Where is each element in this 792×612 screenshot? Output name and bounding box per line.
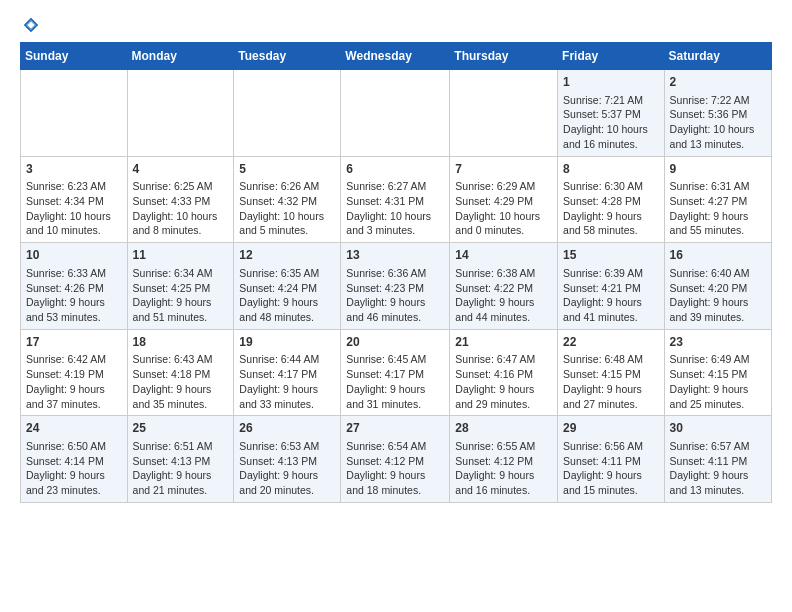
day-number: 17	[26, 334, 122, 351]
logo	[20, 16, 40, 34]
day-info: Sunrise: 6:26 AM Sunset: 4:32 PM Dayligh…	[239, 179, 335, 238]
day-info: Sunrise: 6:44 AM Sunset: 4:17 PM Dayligh…	[239, 352, 335, 411]
calendar-cell	[127, 70, 234, 157]
calendar-cell: 1Sunrise: 7:21 AM Sunset: 5:37 PM Daylig…	[558, 70, 665, 157]
calendar-cell: 17Sunrise: 6:42 AM Sunset: 4:19 PM Dayli…	[21, 329, 128, 416]
day-info: Sunrise: 6:25 AM Sunset: 4:33 PM Dayligh…	[133, 179, 229, 238]
day-info: Sunrise: 6:39 AM Sunset: 4:21 PM Dayligh…	[563, 266, 659, 325]
day-info: Sunrise: 6:57 AM Sunset: 4:11 PM Dayligh…	[670, 439, 766, 498]
calendar-cell: 16Sunrise: 6:40 AM Sunset: 4:20 PM Dayli…	[664, 243, 771, 330]
day-info: Sunrise: 6:35 AM Sunset: 4:24 PM Dayligh…	[239, 266, 335, 325]
day-number: 12	[239, 247, 335, 264]
day-number: 7	[455, 161, 552, 178]
day-info: Sunrise: 6:47 AM Sunset: 4:16 PM Dayligh…	[455, 352, 552, 411]
day-info: Sunrise: 6:31 AM Sunset: 4:27 PM Dayligh…	[670, 179, 766, 238]
calendar-cell: 9Sunrise: 6:31 AM Sunset: 4:27 PM Daylig…	[664, 156, 771, 243]
day-number: 30	[670, 420, 766, 437]
calendar-cell: 23Sunrise: 6:49 AM Sunset: 4:15 PM Dayli…	[664, 329, 771, 416]
calendar-cell	[341, 70, 450, 157]
calendar-table: SundayMondayTuesdayWednesdayThursdayFrid…	[20, 42, 772, 503]
weekday-header-friday: Friday	[558, 43, 665, 70]
day-number: 10	[26, 247, 122, 264]
day-number: 27	[346, 420, 444, 437]
page-header	[20, 16, 772, 34]
day-number: 1	[563, 74, 659, 91]
calendar-week-row: 17Sunrise: 6:42 AM Sunset: 4:19 PM Dayli…	[21, 329, 772, 416]
calendar-cell: 5Sunrise: 6:26 AM Sunset: 4:32 PM Daylig…	[234, 156, 341, 243]
calendar-cell: 29Sunrise: 6:56 AM Sunset: 4:11 PM Dayli…	[558, 416, 665, 503]
calendar-cell: 25Sunrise: 6:51 AM Sunset: 4:13 PM Dayli…	[127, 416, 234, 503]
calendar-week-row: 24Sunrise: 6:50 AM Sunset: 4:14 PM Dayli…	[21, 416, 772, 503]
day-number: 19	[239, 334, 335, 351]
day-number: 4	[133, 161, 229, 178]
day-number: 16	[670, 247, 766, 264]
calendar-week-row: 3Sunrise: 6:23 AM Sunset: 4:34 PM Daylig…	[21, 156, 772, 243]
day-number: 29	[563, 420, 659, 437]
day-number: 8	[563, 161, 659, 178]
calendar-cell: 28Sunrise: 6:55 AM Sunset: 4:12 PM Dayli…	[450, 416, 558, 503]
calendar-cell: 13Sunrise: 6:36 AM Sunset: 4:23 PM Dayli…	[341, 243, 450, 330]
day-info: Sunrise: 6:30 AM Sunset: 4:28 PM Dayligh…	[563, 179, 659, 238]
day-info: Sunrise: 6:45 AM Sunset: 4:17 PM Dayligh…	[346, 352, 444, 411]
calendar-cell: 11Sunrise: 6:34 AM Sunset: 4:25 PM Dayli…	[127, 243, 234, 330]
weekday-header-thursday: Thursday	[450, 43, 558, 70]
day-number: 15	[563, 247, 659, 264]
day-info: Sunrise: 6:34 AM Sunset: 4:25 PM Dayligh…	[133, 266, 229, 325]
day-info: Sunrise: 7:21 AM Sunset: 5:37 PM Dayligh…	[563, 93, 659, 152]
day-number: 14	[455, 247, 552, 264]
weekday-header-monday: Monday	[127, 43, 234, 70]
calendar-cell: 20Sunrise: 6:45 AM Sunset: 4:17 PM Dayli…	[341, 329, 450, 416]
calendar-cell	[234, 70, 341, 157]
calendar-cell: 7Sunrise: 6:29 AM Sunset: 4:29 PM Daylig…	[450, 156, 558, 243]
calendar-header-row: SundayMondayTuesdayWednesdayThursdayFrid…	[21, 43, 772, 70]
calendar-cell: 3Sunrise: 6:23 AM Sunset: 4:34 PM Daylig…	[21, 156, 128, 243]
day-info: Sunrise: 7:22 AM Sunset: 5:36 PM Dayligh…	[670, 93, 766, 152]
day-info: Sunrise: 6:49 AM Sunset: 4:15 PM Dayligh…	[670, 352, 766, 411]
calendar-cell: 24Sunrise: 6:50 AM Sunset: 4:14 PM Dayli…	[21, 416, 128, 503]
day-number: 13	[346, 247, 444, 264]
logo-icon	[22, 16, 40, 34]
day-info: Sunrise: 6:43 AM Sunset: 4:18 PM Dayligh…	[133, 352, 229, 411]
day-number: 3	[26, 161, 122, 178]
weekday-header-wednesday: Wednesday	[341, 43, 450, 70]
day-info: Sunrise: 6:27 AM Sunset: 4:31 PM Dayligh…	[346, 179, 444, 238]
calendar-cell: 2Sunrise: 7:22 AM Sunset: 5:36 PM Daylig…	[664, 70, 771, 157]
day-info: Sunrise: 6:38 AM Sunset: 4:22 PM Dayligh…	[455, 266, 552, 325]
calendar-cell: 27Sunrise: 6:54 AM Sunset: 4:12 PM Dayli…	[341, 416, 450, 503]
day-number: 24	[26, 420, 122, 437]
calendar-cell: 26Sunrise: 6:53 AM Sunset: 4:13 PM Dayli…	[234, 416, 341, 503]
weekday-header-saturday: Saturday	[664, 43, 771, 70]
calendar-cell: 18Sunrise: 6:43 AM Sunset: 4:18 PM Dayli…	[127, 329, 234, 416]
calendar-cell	[21, 70, 128, 157]
day-info: Sunrise: 6:42 AM Sunset: 4:19 PM Dayligh…	[26, 352, 122, 411]
calendar-week-row: 1Sunrise: 7:21 AM Sunset: 5:37 PM Daylig…	[21, 70, 772, 157]
calendar-cell: 12Sunrise: 6:35 AM Sunset: 4:24 PM Dayli…	[234, 243, 341, 330]
day-number: 11	[133, 247, 229, 264]
calendar-cell: 4Sunrise: 6:25 AM Sunset: 4:33 PM Daylig…	[127, 156, 234, 243]
day-number: 6	[346, 161, 444, 178]
day-info: Sunrise: 6:36 AM Sunset: 4:23 PM Dayligh…	[346, 266, 444, 325]
day-number: 22	[563, 334, 659, 351]
day-info: Sunrise: 6:55 AM Sunset: 4:12 PM Dayligh…	[455, 439, 552, 498]
calendar-cell: 6Sunrise: 6:27 AM Sunset: 4:31 PM Daylig…	[341, 156, 450, 243]
calendar-cell: 30Sunrise: 6:57 AM Sunset: 4:11 PM Dayli…	[664, 416, 771, 503]
day-number: 21	[455, 334, 552, 351]
day-number: 20	[346, 334, 444, 351]
calendar-cell: 8Sunrise: 6:30 AM Sunset: 4:28 PM Daylig…	[558, 156, 665, 243]
calendar-cell	[450, 70, 558, 157]
calendar-cell: 21Sunrise: 6:47 AM Sunset: 4:16 PM Dayli…	[450, 329, 558, 416]
day-number: 28	[455, 420, 552, 437]
day-info: Sunrise: 6:33 AM Sunset: 4:26 PM Dayligh…	[26, 266, 122, 325]
day-number: 26	[239, 420, 335, 437]
calendar-cell: 14Sunrise: 6:38 AM Sunset: 4:22 PM Dayli…	[450, 243, 558, 330]
day-number: 5	[239, 161, 335, 178]
day-info: Sunrise: 6:54 AM Sunset: 4:12 PM Dayligh…	[346, 439, 444, 498]
weekday-header-tuesday: Tuesday	[234, 43, 341, 70]
calendar-week-row: 10Sunrise: 6:33 AM Sunset: 4:26 PM Dayli…	[21, 243, 772, 330]
day-number: 9	[670, 161, 766, 178]
day-info: Sunrise: 6:56 AM Sunset: 4:11 PM Dayligh…	[563, 439, 659, 498]
day-info: Sunrise: 6:51 AM Sunset: 4:13 PM Dayligh…	[133, 439, 229, 498]
day-number: 25	[133, 420, 229, 437]
calendar-cell: 19Sunrise: 6:44 AM Sunset: 4:17 PM Dayli…	[234, 329, 341, 416]
day-info: Sunrise: 6:48 AM Sunset: 4:15 PM Dayligh…	[563, 352, 659, 411]
